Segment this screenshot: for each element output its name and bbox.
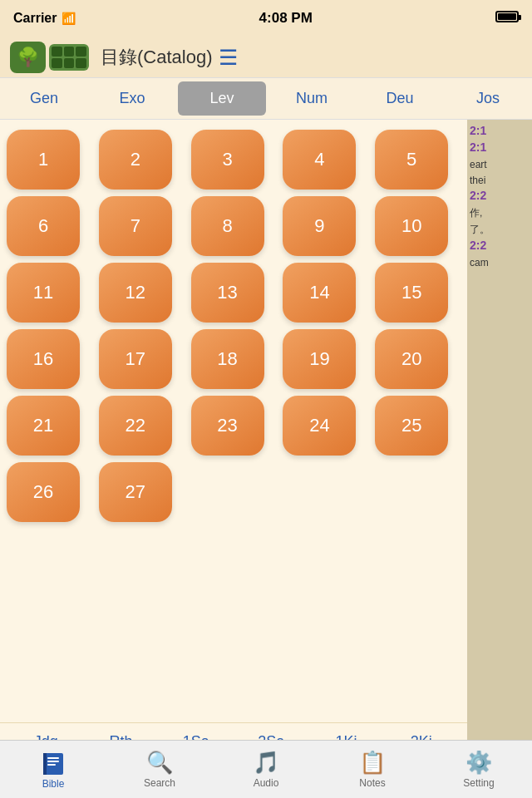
chapter-13[interactable]: 13 <box>191 263 264 323</box>
tab-search[interactable]: 🔍 Search <box>106 741 213 798</box>
grid-cell <box>52 47 62 57</box>
tab-jos[interactable]: Jos <box>444 78 532 119</box>
verse-text: 了。 <box>470 224 490 235</box>
chapter-19[interactable]: 19 <box>283 329 356 389</box>
side-verse-text-item: 了。 <box>470 221 530 237</box>
side-verse-item: 2:2 <box>470 238 530 253</box>
chapter-11[interactable]: 11 <box>7 263 80 323</box>
tab-exo[interactable]: Exo <box>88 78 176 119</box>
tab-audio-label: Audio <box>254 777 279 789</box>
tab-notes-label: Notes <box>359 777 385 789</box>
chapter-7[interactable]: 7 <box>99 196 172 256</box>
tab-lev[interactable]: Lev <box>178 81 266 116</box>
side-panel: 2:1 2:1 eart thei 2:2 作, 了。 2:2 <box>467 120 532 781</box>
chapter-1[interactable]: 1 <box>7 130 80 190</box>
search-icon: 🔍 <box>146 750 173 776</box>
left-panel: 1 2 3 4 5 6 7 8 9 10 11 12 13 14 15 16 1… <box>0 120 467 781</box>
chapter-15[interactable]: 15 <box>375 263 448 323</box>
side-verse-item: 2:1 <box>470 140 530 155</box>
svg-rect-3 <box>47 761 59 762</box>
side-verse-text-item: thei <box>470 172 530 187</box>
chapter-grid-container: 1 2 3 4 5 6 7 8 9 10 11 12 13 14 15 16 1… <box>0 120 467 722</box>
main-area: 1 2 3 4 5 6 7 8 9 10 11 12 13 14 15 16 1… <box>0 120 532 781</box>
tab-bar: Bible 🔍 Search 🎵 Audio 📋 Notes ⚙️ Settin… <box>0 740 532 798</box>
chapter-17[interactable]: 17 <box>99 329 172 389</box>
chapter-26[interactable]: 26 <box>7 462 80 522</box>
tab-search-label: Search <box>144 777 175 789</box>
verse-ref: 2:2 <box>470 239 486 252</box>
tab-deu[interactable]: Deu <box>356 78 444 119</box>
chapter-4[interactable]: 4 <box>283 130 356 190</box>
verse-text: thei <box>470 175 485 186</box>
gear-icon: ⚙️ <box>466 750 492 776</box>
logo-green: 🌳 <box>10 42 46 73</box>
chapter-9[interactable]: 9 <box>283 196 356 256</box>
chapter-grid: 1 2 3 4 5 6 7 8 9 10 11 12 13 14 15 16 1… <box>7 130 461 522</box>
book-icon <box>40 750 66 776</box>
chapter-18[interactable]: 18 <box>191 329 264 389</box>
svg-rect-2 <box>47 757 59 759</box>
side-verse-text-item: eart <box>470 156 530 171</box>
verse-text: cam <box>470 257 489 268</box>
chapter-22[interactable]: 22 <box>99 396 172 456</box>
side-verse-item: 2:2 <box>470 188 530 203</box>
chapter-6[interactable]: 6 <box>7 196 80 256</box>
chapter-27[interactable]: 27 <box>99 462 172 522</box>
grid-cell <box>76 47 86 57</box>
grid-cell <box>64 47 75 57</box>
carrier-label: Carrier <box>13 11 57 26</box>
chapter-24[interactable]: 24 <box>283 396 356 456</box>
verse-text: 作, <box>470 207 482 219</box>
logo-grid <box>49 44 89 71</box>
chapter-25[interactable]: 25 <box>375 396 448 456</box>
chapter-23[interactable]: 23 <box>191 396 264 456</box>
battery-indicator <box>495 11 519 26</box>
verse-ref: 2:2 <box>470 189 486 202</box>
side-verse-item: 2:1 <box>470 123 530 138</box>
logo: 🌳 目錄(Catalog) <box>10 42 212 73</box>
time-display: 4:08 PM <box>259 10 313 27</box>
catalog-title: 目錄(Catalog) <box>101 45 212 70</box>
music-icon: 🎵 <box>253 750 279 776</box>
verse-text: eart <box>470 159 487 170</box>
grid-cell <box>52 58 62 68</box>
verse-ref: 2:1 <box>470 124 486 137</box>
tab-num[interactable]: Num <box>268 78 356 119</box>
chapter-16[interactable]: 16 <box>7 329 80 389</box>
chapter-10[interactable]: 10 <box>375 196 448 256</box>
chapter-3[interactable]: 3 <box>191 130 264 190</box>
tree-icon: 🌳 <box>17 47 39 68</box>
status-left: Carrier 📶 <box>13 11 76 26</box>
tab-bible[interactable]: Bible <box>0 741 106 798</box>
tab-setting-label: Setting <box>463 777 494 789</box>
chapter-12[interactable]: 12 <box>99 263 172 323</box>
chapter-14[interactable]: 14 <box>283 263 356 323</box>
chapter-5[interactable]: 5 <box>375 130 448 190</box>
grid-cell <box>76 58 86 68</box>
svg-rect-4 <box>47 764 56 766</box>
header: 🌳 目錄(Catalog) ☰ <box>0 37 532 78</box>
svg-rect-1 <box>43 753 47 775</box>
status-bar: Carrier 📶 4:08 PM <box>0 0 532 37</box>
menu-button[interactable]: ☰ <box>212 43 244 71</box>
wifi-icon: 📶 <box>62 12 76 25</box>
grid-cell <box>64 58 75 68</box>
notes-icon: 📋 <box>359 750 386 776</box>
tab-setting[interactable]: ⚙️ Setting <box>426 741 532 798</box>
chapter-20[interactable]: 20 <box>375 329 448 389</box>
side-verse-text-item: cam <box>470 254 530 269</box>
side-verse-text-item: 作, <box>470 204 530 220</box>
chapter-8[interactable]: 8 <box>191 196 264 256</box>
verse-ref: 2:1 <box>470 140 486 154</box>
tab-gen[interactable]: Gen <box>0 78 88 119</box>
book-tabs: Gen Exo Lev Num Deu Jos <box>0 78 532 120</box>
tab-bible-label: Bible <box>42 778 65 790</box>
tab-notes[interactable]: 📋 Notes <box>319 741 426 798</box>
tab-audio[interactable]: 🎵 Audio <box>213 741 319 798</box>
chapter-2[interactable]: 2 <box>99 130 172 190</box>
chapter-21[interactable]: 21 <box>7 396 80 456</box>
side-verses: 2:1 2:1 eart thei 2:2 作, 了。 2:2 <box>467 120 532 741</box>
